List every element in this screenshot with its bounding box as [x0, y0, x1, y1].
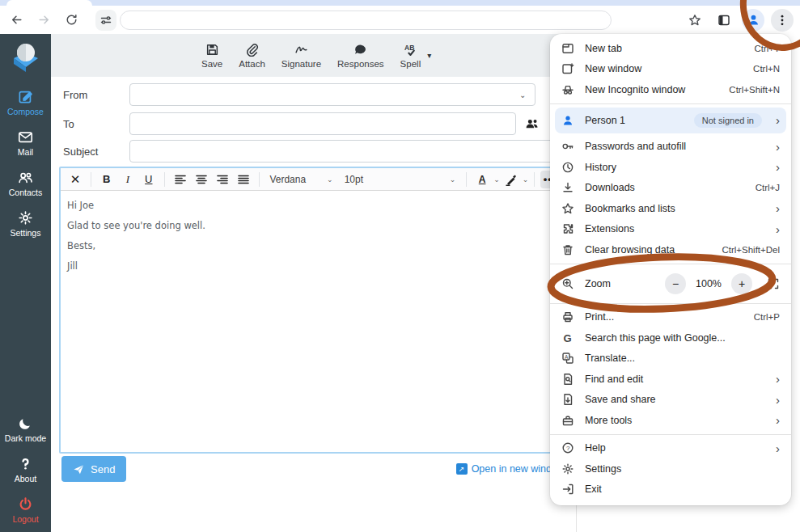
spell-dropdown-caret-icon[interactable]: ▾	[427, 51, 431, 60]
message-editor: ✕ B I U Verdana⌄ 10pt⌄ A ⌄ ⌄ ••• Hi JoeG…	[59, 167, 566, 454]
reload-button[interactable]	[60, 9, 83, 32]
browser-menu-button[interactable]	[771, 9, 794, 32]
sidebar-item-label: Dark mode	[5, 433, 46, 443]
save-button[interactable]: Save	[195, 40, 229, 72]
add-contact-button[interactable]	[520, 112, 543, 135]
text-color-caret-icon[interactable]: ⌄	[493, 175, 500, 184]
menu-item-label: Settings	[585, 463, 780, 475]
exit-icon	[561, 483, 574, 496]
back-button[interactable]	[5, 9, 28, 32]
menu-item-label: New tab	[585, 43, 743, 54]
signature-button[interactable]: Signature	[275, 40, 328, 72]
sidebar-item-mail[interactable]: Mail	[0, 129, 51, 157]
menu-item-save-and-share[interactable]: Save and share›	[550, 390, 791, 411]
help-icon: ?	[561, 441, 574, 454]
attach-button[interactable]: Attach	[232, 40, 272, 72]
active-tab[interactable]	[6, 0, 92, 6]
floppy-icon	[205, 43, 219, 57]
browser-app-menu: New tabCtrl+TNew windowCtrl+NNew Incogni…	[550, 34, 791, 505]
message-body[interactable]: Hi JoeGlad to see you're doing well.Best…	[61, 191, 565, 289]
menu-item-search-with-google[interactable]: GSearch this page with Google...	[550, 327, 791, 348]
menu-item-history[interactable]: History›	[550, 157, 791, 178]
profile-avatar-button[interactable]	[742, 9, 764, 32]
address-bar-input[interactable]	[120, 11, 612, 30]
menu-divider	[550, 434, 791, 435]
mail-icon	[18, 129, 33, 145]
to-label: To	[51, 118, 129, 130]
sidebar-item-dark-mode[interactable]: Dark mode	[0, 416, 51, 443]
submenu-chevron-icon: ›	[776, 223, 780, 235]
save-button-label: Save	[201, 59, 222, 69]
menu-item-print[interactable]: Print...Ctrl+P	[550, 307, 791, 328]
to-input[interactable]	[129, 112, 516, 135]
site-settings-tune-icon[interactable]	[95, 10, 116, 31]
sidebar-item-logout[interactable]: Logout	[0, 496, 51, 524]
menu-item-new-window[interactable]: New windowCtrl+N	[550, 59, 791, 80]
menu-item-zoom[interactable]: Zoom − 100% +	[550, 268, 791, 300]
zoom-out-button[interactable]: −	[665, 273, 686, 294]
forward-button[interactable]	[32, 9, 55, 32]
puzzle-icon	[561, 222, 574, 235]
menu-divider	[550, 303, 791, 304]
align-left-icon[interactable]	[171, 171, 190, 188]
submenu-chevron-icon: ›	[776, 114, 780, 126]
remove-format-icon[interactable]: ✕	[66, 171, 85, 188]
align-right-icon[interactable]	[213, 171, 232, 188]
menu-item-label: History	[585, 162, 765, 173]
menu-item-downloads[interactable]: DownloadsCtrl+J	[550, 178, 791, 199]
sidebar-item-label: Settings	[11, 228, 41, 238]
menu-item-label: More tools	[585, 415, 765, 426]
side-panel-icon[interactable]	[713, 9, 735, 32]
zoom-in-button[interactable]: +	[731, 273, 752, 294]
menu-item-passwords-and-autofill[interactable]: Passwords and autofill›	[550, 137, 791, 158]
menu-item-label: Help	[585, 442, 765, 454]
toolbox-icon	[561, 414, 574, 427]
menu-item-shortcut: Ctrl+Shift+Del	[722, 245, 780, 255]
menu-item-help[interactable]: ?Help›	[550, 438, 791, 459]
text-color-icon[interactable]: A	[472, 171, 492, 188]
sidebar-item-settings[interactable]: Settings	[0, 210, 51, 238]
font-family-select[interactable]: Verdana⌄	[265, 174, 337, 185]
responses-button[interactable]: Responses	[331, 40, 391, 72]
translate-icon: A	[561, 352, 574, 365]
menu-item-find-and-edit[interactable]: Find and edit›	[550, 369, 791, 390]
menu-item-label: Bookmarks and lists	[585, 203, 765, 214]
sidebar-item-about[interactable]: About	[0, 456, 51, 483]
italic-icon[interactable]: I	[118, 171, 138, 188]
gear-solid-icon	[18, 210, 33, 226]
sidebar-item-compose[interactable]: Compose	[0, 89, 51, 116]
find-edit-icon	[561, 373, 574, 386]
menu-item-extensions[interactable]: Extensions›	[550, 219, 791, 240]
submenu-chevron-icon: ›	[776, 394, 780, 406]
highlight-color-icon[interactable]	[502, 171, 521, 188]
spell-button[interactable]: ABSpell	[394, 40, 428, 72]
align-center-icon[interactable]	[192, 171, 211, 188]
signature-icon	[294, 43, 308, 57]
open-in-new-window-link[interactable]: ↗ Open in new window	[456, 463, 565, 475]
menu-item-profile[interactable]: Person 1Not signed in›	[555, 108, 786, 133]
from-select[interactable]	[129, 83, 535, 106]
menu-item-shortcut: Ctrl+T	[754, 44, 780, 53]
menu-item-new-tab[interactable]: New tabCtrl+T	[550, 38, 791, 59]
underline-icon[interactable]: U	[139, 171, 159, 188]
sidebar-item-label: Logout	[12, 514, 38, 524]
send-button[interactable]: Send	[61, 456, 126, 482]
menu-item-settings[interactable]: Settings	[550, 458, 791, 479]
align-justify-icon[interactable]	[234, 171, 253, 188]
star-icon	[561, 202, 574, 215]
submenu-chevron-icon: ›	[776, 414, 780, 426]
menu-item-bookmarks-and-lists[interactable]: Bookmarks and lists›	[550, 198, 791, 219]
subject-input[interactable]	[129, 140, 564, 163]
menu-item-translate[interactable]: ATranslate...	[550, 348, 791, 369]
bookmark-star-icon[interactable]	[684, 9, 706, 32]
subject-label: Subject	[51, 146, 129, 158]
menu-item-more-tools[interactable]: More tools›	[550, 410, 791, 431]
font-size-select[interactable]: 10pt⌄	[340, 174, 461, 185]
bold-icon[interactable]: B	[97, 171, 116, 188]
menu-item-new-incognito-window[interactable]: New Incognito windowCtrl+Shift+N	[550, 79, 791, 100]
menu-item-clear-browsing-data[interactable]: Clear browsing dataCtrl+Shift+Del	[550, 239, 791, 260]
menu-item-exit[interactable]: Exit	[550, 479, 791, 500]
sidebar-item-contacts[interactable]: Contacts	[0, 170, 51, 197]
highlight-color-caret-icon[interactable]: ⌄	[523, 175, 529, 184]
fullscreen-button[interactable]	[767, 277, 780, 290]
